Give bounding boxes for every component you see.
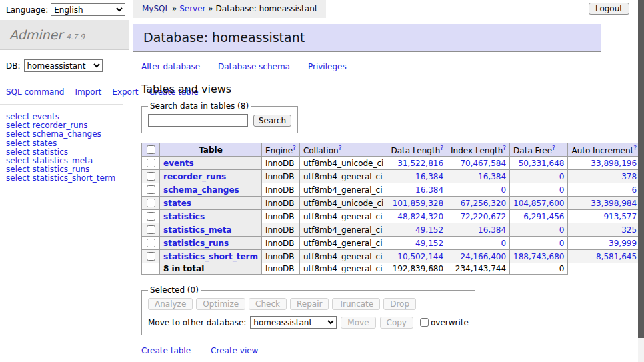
create-table-link[interactable]: Create table [141,346,191,355]
help-link[interactable]: ? [339,145,342,151]
search-button[interactable]: Search [253,115,291,127]
sidebar-link-import[interactable]: Import [75,87,101,97]
breadcrumb-link[interactable]: Server [179,4,205,13]
action-link-privileges[interactable]: Privileges [308,62,347,71]
table-name-link-events[interactable]: events [163,159,194,168]
auto-increment-link[interactable]: 8,581,645 [596,252,637,261]
select-link-states[interactable]: select [6,139,30,148]
select-link-statistics_meta[interactable]: select [6,156,30,165]
data-free-link[interactable]: 0 [559,225,565,235]
data-length-link[interactable]: 101,859,328 [393,199,443,208]
analyze-button[interactable]: Analyze [148,298,193,310]
select-link-statistics[interactable]: select [6,147,30,157]
table-row: statesInnoDButf8mb4_unicode_ci101,859,32… [142,197,644,210]
select-link-schema_changes[interactable]: select [6,129,30,139]
data-free-link[interactable]: 188,743,680 [513,252,564,261]
move-database-select[interactable]: homeassistant [250,316,337,329]
action-link-alter-database[interactable]: Alter database [141,62,200,71]
row-checkbox-statistics[interactable] [147,212,155,221]
data-length-link[interactable]: 16,384 [415,172,443,181]
data-free-link[interactable]: 0 [559,185,565,195]
auto-increment-link[interactable]: 325 [621,225,637,235]
row-checkbox-events[interactable] [147,159,155,167]
row-checkbox-statistics_short_term[interactable] [147,252,155,261]
db-select[interactable]: homeassistant [24,59,103,72]
help-link[interactable]: ? [552,145,555,151]
check-button[interactable]: Check [249,298,287,310]
table-link-schema_changes[interactable]: schema_changes [32,129,101,139]
index-length-link[interactable]: 16,384 [478,172,506,181]
index-length-link[interactable]: 24,166,400 [460,252,506,261]
data-length-link[interactable]: 49,152 [415,239,443,248]
data-free-link[interactable]: 6,291,456 [523,212,564,221]
data-length-link[interactable]: 48,824,320 [397,212,443,221]
row-checkbox-schema_changes[interactable] [147,185,155,194]
auto-increment-link[interactable]: 33,898,196 [591,159,637,168]
table-link-statistics[interactable]: statistics [32,147,68,157]
table-name-link-schema_changes[interactable]: schema_changes [163,185,239,195]
index-length-link[interactable]: 16,384 [478,225,506,235]
index-length-link[interactable]: 67,256,320 [460,199,506,208]
overwrite-checkbox[interactable] [420,318,429,327]
language-select[interactable]: English [51,3,125,16]
select-link-statistics_runs[interactable]: select [6,165,30,174]
help-link[interactable]: ? [293,145,296,151]
data-free-link[interactable]: 104,857,600 [513,199,564,208]
table-link-recorder_runs[interactable]: recorder_runs [32,121,87,130]
index-length-link[interactable]: 70,467,584 [460,159,506,168]
sidebar-link-sql-command[interactable]: SQL command [6,87,64,97]
table-link-events[interactable]: events [32,112,59,121]
table-name-link-statistics_short_term[interactable]: statistics_short_term [163,252,258,261]
table-link-states[interactable]: states [32,139,57,148]
scrollbar-thumb[interactable] [638,0,644,338]
vertical-scrollbar[interactable] [638,0,644,362]
table-name-link-statistics[interactable]: statistics [163,212,205,221]
select-link-statistics_short_term[interactable]: select [6,173,30,183]
row-checkbox-statistics_meta[interactable] [147,225,155,234]
auto-increment-link[interactable]: 913,577 [603,212,637,221]
table-name-link-recorder_runs[interactable]: recorder_runs [163,172,226,181]
select-all-checkbox[interactable] [147,145,155,154]
auto-increment-link[interactable]: 6 [631,185,637,195]
table-name-link-statistics_meta[interactable]: statistics_meta [163,225,232,235]
repair-button[interactable]: Repair [290,298,329,310]
data-length-link[interactable]: 49,152 [415,225,443,235]
index-length-link[interactable]: 0 [501,239,506,248]
move-button[interactable]: Move [341,317,375,329]
help-link[interactable]: ? [440,145,443,151]
table-name-cell: statistics_runs [160,237,262,250]
breadcrumb-link[interactable]: MySQL [142,4,169,13]
drop-button[interactable]: Drop [383,298,416,310]
row-checkbox-states[interactable] [147,199,155,207]
data-free-link[interactable]: 50,331,648 [519,159,565,168]
index-length-link[interactable]: 0 [501,185,506,195]
create-links-row: Create tableCreate view [141,346,601,355]
table-link-statistics_short_term[interactable]: statistics_short_term [32,173,115,183]
column-header-engine: Engine? [261,143,299,157]
copy-button[interactable]: Copy [380,317,413,329]
select-link-recorder_runs[interactable]: select [6,121,30,130]
data-free-link[interactable]: 0 [559,172,565,181]
data-free-link[interactable]: 0 [559,239,565,248]
optimize-button[interactable]: Optimize [196,298,245,310]
row-checkbox-statistics_runs[interactable] [147,239,155,247]
search-input[interactable] [148,114,248,127]
table-name-link-statistics_runs[interactable]: statistics_runs [163,239,229,248]
table-link-statistics_runs[interactable]: statistics_runs [32,165,89,174]
auto-increment-link[interactable]: 33,398,984 [591,199,637,208]
data-length-link[interactable]: 10,502,144 [397,252,443,261]
action-link-database-schema[interactable]: Database schema [218,62,290,71]
index-length-link[interactable]: 72,220,672 [460,212,506,221]
truncate-button[interactable]: Truncate [332,298,380,310]
table-name-link-states[interactable]: states [163,199,191,208]
auto-increment-link[interactable]: 378 [621,172,637,181]
help-link[interactable]: ? [503,145,506,151]
data-length-link[interactable]: 16,384 [415,185,443,195]
table-link-statistics_meta[interactable]: statistics_meta [32,156,93,165]
create-view-link[interactable]: Create view [211,346,258,355]
auto-increment-link[interactable]: 39,999 [609,239,637,248]
help-link[interactable]: ? [633,145,637,151]
data-length-link[interactable]: 31,522,816 [397,159,443,168]
row-checkbox-recorder_runs[interactable] [147,172,155,181]
select-link-events[interactable]: select [6,112,30,121]
